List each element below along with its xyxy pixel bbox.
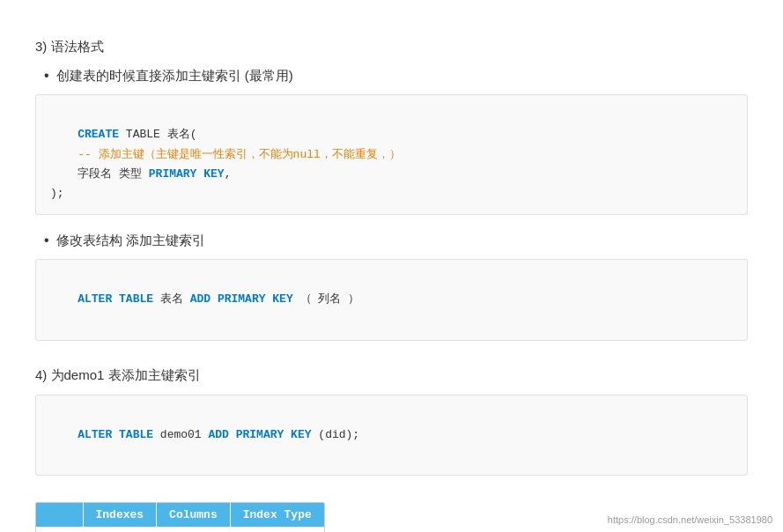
section3-title: 3) 语法格式 <box>35 39 748 55</box>
kw-primary-key-3: PRIMARY KEY <box>236 428 312 441</box>
kw-add-2: ADD <box>208 428 228 441</box>
code-block-1: CREATE TABLE 表名( -- 添加主键（主键是唯一性索引，不能为nul… <box>35 94 748 214</box>
code3-middle: demo01 <box>153 428 208 441</box>
code3-end: (did); <box>312 428 360 441</box>
bullet-dot-2: • <box>44 231 49 250</box>
kw-add-1: ADD <box>190 292 211 306</box>
row-primary: PRIMARY <box>83 527 157 532</box>
code-block-3: ALTER TABLE demo01 ADD PRIMARY KEY (did)… <box>35 395 748 476</box>
table-row: 🔑 PRIMARY did Unique <box>36 527 324 532</box>
row-did: did <box>157 527 231 532</box>
bullet-dot-1: • <box>44 66 49 85</box>
kw-primary-key-1: PRIMARY KEY <box>149 167 225 181</box>
code1-line3-post: , <box>225 167 232 181</box>
index-table-header: Indexes Columns Index Type <box>36 503 324 527</box>
code2-end: （ 列名 ） <box>293 292 359 306</box>
watermark: https://blog.csdn.net/weixin_53381980 <box>608 514 772 525</box>
section3: 3) 语法格式 • 创建表的时候直接添加主键索引 (最常用) CREATE TA… <box>35 39 748 341</box>
code-block-2: ALTER TABLE 表名 ADD PRIMARY KEY （ 列名 ） <box>35 259 748 340</box>
code1-line3-pre: 字段名 类型 <box>50 167 149 181</box>
kw-table-2: TABLE <box>119 428 153 441</box>
bullet-text-1: 创建表的时候直接添加主键索引 (最常用) <box>56 66 293 85</box>
code1-line2: -- 添加主键（主键是唯一性索引，不能为null，不能重复，） <box>50 148 401 161</box>
kw-alter-1: ALTER <box>78 292 112 306</box>
kw-alter-2: ALTER <box>78 428 112 441</box>
kw-table-1: TABLE <box>119 292 153 306</box>
bullet-item-1: • 创建表的时候直接添加主键索引 (最常用) <box>44 66 748 85</box>
section4-title: 4) 为demo1 表添加主键索引 <box>35 367 748 384</box>
th-index-type: Index Type <box>230 503 324 527</box>
th-icon-col <box>36 503 83 527</box>
code1-line1-rest: TABLE 表名( <box>119 128 196 141</box>
bullet-text-2: 修改表结构 添加主键索引 <box>56 231 205 249</box>
index-table-body: 🔑 PRIMARY did Unique <box>36 527 324 532</box>
kw-primary-key-2: PRIMARY KEY <box>218 292 293 306</box>
row-icon-cell: 🔑 <box>36 527 83 532</box>
index-table: Indexes Columns Index Type 🔑 PRIMARY did <box>36 503 324 532</box>
row-unique: Unique <box>230 527 324 532</box>
th-indexes: Indexes <box>83 503 157 527</box>
code2-rest: 表名 <box>153 292 190 306</box>
section4: 4) 为demo1 表添加主键索引 ALTER TABLE demo01 ADD… <box>35 367 748 532</box>
kw-create: CREATE <box>78 128 119 141</box>
index-table-wrapper: Indexes Columns Index Type 🔑 PRIMARY did <box>35 502 325 532</box>
bullet-item-2: • 修改表结构 添加主键索引 <box>44 231 748 250</box>
code1-line4: ); <box>50 187 64 200</box>
th-columns: Columns <box>157 503 231 527</box>
